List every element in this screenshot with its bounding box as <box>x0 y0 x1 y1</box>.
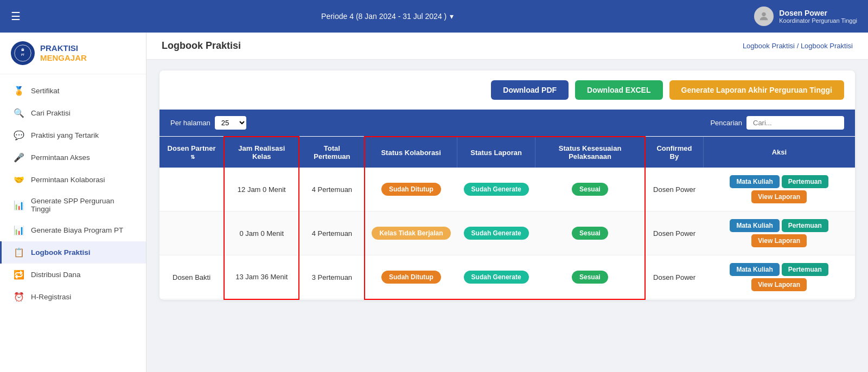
topnav: ☰ Periode 4 (8 Jan 2024 - 31 Jul 2024 ) … <box>0 0 868 33</box>
action-btn-mata-kuliah[interactable]: Mata Kuliah <box>730 175 779 188</box>
table-row: 12 Jam 0 Menit4 PertemuanSudah DitutupSu… <box>159 168 855 211</box>
status-kolaborasi-badge: Sudah Ditutup <box>381 271 441 284</box>
cell-total-pertemuan: 3 Pertemuan <box>299 255 365 299</box>
sidebar-label-generate-biaya: Generate Biaya Program PT <box>31 226 123 234</box>
sidebar-item-generate-biaya[interactable]: 📊 Generate Biaya Program PT <box>0 219 146 241</box>
sidebar-item-cari-praktisi[interactable]: 🔍 Cari Praktisi <box>0 102 146 124</box>
search-control: Pencarian <box>710 116 844 130</box>
sidebar-label-cari-praktisi: Cari Praktisi <box>31 109 71 117</box>
svg-point-0 <box>762 12 766 16</box>
sidebar-item-distribusi-dana[interactable]: 🔁 Distribusi Dana <box>0 264 146 286</box>
logo-emblem: 🏛 PT <box>11 41 35 65</box>
sidebar-item-praktisi-tertarik[interactable]: 💬 Praktisi yang Tertarik <box>0 124 146 146</box>
download-pdf-button[interactable]: Download PDF <box>491 80 569 100</box>
status-kesesuaian-badge: Sesuai <box>572 227 608 240</box>
action-btn-pertemuan[interactable]: Pertemuan <box>782 175 828 188</box>
th-status-kesesuaian: Status Kesesuaian Pelaksanaan <box>535 137 645 168</box>
action-btn-mata-kuliah[interactable]: Mata Kuliah <box>730 219 779 232</box>
cell-status-laporan: Sudah Generate <box>457 168 535 211</box>
content-area: Download PDF Download EXCEL Generate Lap… <box>146 60 868 311</box>
cell-aksi: Mata KuliahPertemuanView Laporan <box>703 168 855 211</box>
action-btn-pertemuan[interactable]: Pertemuan <box>782 263 828 276</box>
cell-jam-realisasi: 12 Jam 0 Menit <box>224 168 299 211</box>
sidebar-item-sertifikat[interactable]: 🏅 Sertifikat <box>0 80 146 102</box>
sidebar-item-logbook[interactable]: 📋 Logbook Praktisi <box>0 241 146 264</box>
cell-total-pertemuan: 4 Pertemuan <box>299 211 365 255</box>
cell-status-laporan: Sudah Generate <box>457 211 535 255</box>
search-input[interactable] <box>746 116 844 130</box>
breadcrumb-item-2[interactable]: Logbook Praktisi <box>801 42 853 50</box>
action-buttons-row: Download PDF Download EXCEL Generate Lap… <box>159 70 855 110</box>
period-selector[interactable]: Periode 4 (8 Jan 2024 - 31 Jul 2024 ) ▾ <box>321 12 454 21</box>
sidebar-item-permintaan-akses[interactable]: 🎤 Permintaan Akses <box>0 146 146 169</box>
th-jam-realisasi: Jam Realisasi Kelas <box>224 137 299 168</box>
breadcrumb-item-1[interactable]: Logbook Praktisi <box>743 42 795 50</box>
cell-jam-realisasi: 13 Jam 36 Menit <box>224 255 299 299</box>
sertifikat-icon: 🏅 <box>14 86 24 96</box>
cell-status-laporan: Sudah Generate <box>457 255 535 299</box>
action-btn-pertemuan[interactable]: Pertemuan <box>782 219 828 232</box>
sort-icon-dosen[interactable]: ⇅ <box>190 154 195 160</box>
download-excel-button[interactable]: Download EXCEL <box>575 80 662 100</box>
svg-text:🏛: 🏛 <box>21 48 24 52</box>
page-title: Logbook Praktisi <box>162 40 241 52</box>
action-btn-view-laporan[interactable]: View Laporan <box>751 278 807 291</box>
cell-aksi: Mata KuliahPertemuanView Laporan <box>703 211 855 255</box>
spp-icon: 📊 <box>14 200 24 210</box>
sidebar-logo: 🏛 PT PRAKTISI MENGAJAR <box>0 33 146 74</box>
period-label: Periode 4 (8 Jan 2024 - 31 Jul 2024 ) <box>321 12 446 21</box>
main-content: Logbook Praktisi Logbook Praktisi / Logb… <box>146 33 868 372</box>
distribusi-icon: 🔁 <box>14 270 24 280</box>
status-laporan-badge: Sudah Generate <box>464 183 529 196</box>
cell-dosen-partner: Dosen Bakti <box>159 255 224 299</box>
data-table: Dosen Partner ⇅ Jam Realisasi Kelas Tota… <box>159 136 855 300</box>
action-btn-view-laporan[interactable]: View Laporan <box>751 234 807 247</box>
user-role: Koordinator Perguruan Tinggi <box>779 17 857 24</box>
cell-confirmed-by: Dosen Power <box>645 168 703 211</box>
status-kolaborasi-badge: Sudah Ditutup <box>381 183 441 196</box>
collab-icon: 🤝 <box>14 175 24 185</box>
sidebar-label-h-registrasi: H-Registrasi <box>31 293 71 301</box>
sidebar-item-permintaan-kolaborasi[interactable]: 🤝 Permintaan Kolaborasi <box>0 169 146 191</box>
status-kesesuaian-badge: Sesuai <box>572 183 608 196</box>
sidebar-item-generate-spp[interactable]: 📊 Generate SPP Perguruan Tinggi <box>0 191 146 219</box>
sidebar: 🏛 PT PRAKTISI MENGAJAR 🏅 Sertifikat 🔍 Ca… <box>0 33 146 372</box>
period-dropdown-icon: ▾ <box>450 12 454 21</box>
data-table-wrapper: Dosen Partner ⇅ Jam Realisasi Kelas Tota… <box>159 136 855 300</box>
cell-dosen-partner <box>159 168 224 211</box>
svg-text:PT: PT <box>21 54 24 56</box>
user-menu[interactable]: Dosen Power Koordinator Perguruan Tinggi <box>754 7 857 26</box>
sidebar-label-distribusi-dana: Distribusi Dana <box>31 271 81 279</box>
breadcrumb: Logbook Praktisi / Logbook Praktisi <box>743 42 853 50</box>
mic-icon: 🎤 <box>14 152 24 163</box>
action-btn-view-laporan[interactable]: View Laporan <box>751 190 807 203</box>
breadcrumb-separator: / <box>797 42 801 50</box>
status-kesesuaian-badge: Sesuai <box>572 271 608 284</box>
generate-laporan-button[interactable]: Generate Laporan Akhir Perguruan Tinggi <box>669 80 845 100</box>
sidebar-label-logbook: Logbook Praktisi <box>31 248 91 256</box>
status-laporan-badge: Sudah Generate <box>464 271 529 284</box>
hamburger-icon[interactable]: ☰ <box>11 10 21 23</box>
th-status-laporan: Status Laporan <box>457 137 535 168</box>
sidebar-label-permintaan-kolaborasi: Permintaan Kolaborasi <box>31 176 105 184</box>
per-halaman-control: Per halaman 25 10 50 100 <box>170 116 246 130</box>
sidebar-menu: 🏅 Sertifikat 🔍 Cari Praktisi 💬 Praktisi … <box>0 74 146 313</box>
cell-status-kolaborasi: Kelas Tidak Berjalan <box>365 211 457 255</box>
main-card: Download PDF Download EXCEL Generate Lap… <box>159 70 855 300</box>
action-btn-mata-kuliah[interactable]: Mata Kuliah <box>730 263 779 276</box>
logbook-icon: 📋 <box>14 247 24 258</box>
chat-icon: 💬 <box>14 130 24 140</box>
biaya-icon: 📊 <box>14 225 24 235</box>
sidebar-item-h-registrasi[interactable]: ⏰ H-Registrasi <box>0 286 146 308</box>
per-halaman-label: Per halaman <box>170 119 210 127</box>
cell-status-kesesuaian: Sesuai <box>535 255 645 299</box>
table-controls: Per halaman 25 10 50 100 Pencarian <box>159 110 855 136</box>
cell-aksi: Mata KuliahPertemuanView Laporan <box>703 255 855 299</box>
cell-status-kesesuaian: Sesuai <box>535 211 645 255</box>
per-halaman-select[interactable]: 25 10 50 100 <box>215 116 246 130</box>
th-status-kolaborasi: Status Kolaborasi <box>365 137 457 168</box>
cell-jam-realisasi: 0 Jam 0 Menit <box>224 211 299 255</box>
breadcrumb-bar: Logbook Praktisi Logbook Praktisi / Logb… <box>146 33 868 60</box>
registrasi-icon: ⏰ <box>14 292 24 302</box>
status-laporan-badge: Sudah Generate <box>464 227 529 240</box>
